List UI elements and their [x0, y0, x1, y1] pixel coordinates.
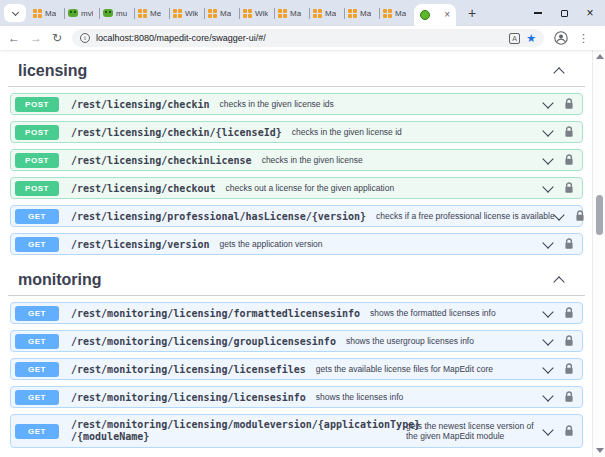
browser-menu-icon[interactable]: ⋮	[578, 33, 589, 44]
lock-icon[interactable]	[564, 391, 574, 403]
browser-tab[interactable]: Wik	[240, 0, 274, 26]
endpoint-path: /rest/monitoring/licensing/formattedlice…	[71, 308, 360, 319]
expand-chevron-down-icon[interactable]	[542, 153, 553, 164]
method-badge: POST	[15, 97, 59, 112]
tab-label: Me	[150, 9, 161, 18]
maximize-button[interactable]	[559, 8, 569, 18]
forward-button[interactable]: →	[30, 32, 42, 44]
minimize-button[interactable]	[533, 8, 543, 18]
expand-chevron-down-icon[interactable]	[542, 334, 553, 345]
expand-chevron-down-icon[interactable]	[542, 362, 553, 373]
app-grid-favicon-icon	[383, 9, 392, 18]
browser-tab[interactable]: mvl	[65, 0, 99, 26]
url-text[interactable]: localhost:8080/mapedit-core/swagger-ui/#…	[96, 33, 503, 43]
lock-icon[interactable]	[564, 425, 574, 437]
browser-tab[interactable]: Wik	[170, 0, 204, 26]
swagger-favicon-icon	[420, 10, 430, 20]
endpoint-row[interactable]: POST /rest/licensing/checkout checks out…	[10, 177, 583, 199]
tab-label: Ma	[395, 9, 406, 18]
endpoint-row[interactable]: POST /rest/licensing/checkin/{licenseId}…	[10, 121, 583, 143]
endpoint-row[interactable]: GET /rest/monitoring/licensing/modulever…	[10, 414, 583, 448]
expand-chevron-down-icon[interactable]	[542, 181, 553, 192]
green-app-favicon-icon	[68, 9, 78, 17]
vertical-scrollbar[interactable]	[592, 50, 605, 457]
browser-tab[interactable]: Ma	[345, 0, 379, 26]
endpoint-path: /rest/licensing/version	[71, 239, 209, 250]
lock-icon[interactable]	[564, 98, 574, 110]
section-header[interactable]: licensing	[8, 56, 585, 87]
expand-chevron-down-icon[interactable]	[542, 125, 553, 136]
maximize-icon	[561, 10, 568, 17]
collapse-chevron-up-icon[interactable]	[553, 276, 564, 287]
site-info-icon[interactable]: i	[80, 33, 90, 43]
endpoint-description: checks in the given license	[262, 155, 363, 165]
expand-chevron-down-icon[interactable]	[553, 209, 564, 220]
endpoint-row[interactable]: POST /rest/licensing/checkin checks in t…	[10, 93, 583, 115]
scrollbar-thumb[interactable]	[596, 195, 603, 235]
tab-label: Wik	[255, 9, 268, 18]
endpoint-row[interactable]: GET /rest/monitoring/licensing/licensefi…	[10, 358, 583, 380]
close-tab-icon[interactable]: ×	[444, 10, 450, 20]
endpoint-row[interactable]: POST /rest/licensing/checkinLicense chec…	[10, 149, 583, 171]
endpoint-row[interactable]: GET /rest/monitoring/licensing/formatted…	[10, 302, 583, 324]
close-window-button[interactable]: ×	[585, 8, 595, 18]
section-title: monitoring	[18, 271, 102, 289]
address-bar[interactable]: i localhost:8080/mapedit-core/swagger-ui…	[72, 29, 544, 47]
expand-chevron-down-icon[interactable]	[542, 424, 553, 435]
app-grid-favicon-icon	[173, 9, 182, 18]
browser-tab[interactable]: Me	[135, 0, 169, 26]
lock-icon[interactable]	[564, 335, 574, 347]
tab-search-button[interactable]	[4, 4, 26, 22]
expand-chevron-down-icon[interactable]	[542, 306, 553, 317]
lock-icon[interactable]	[564, 238, 574, 250]
browser-tab[interactable]: Ma	[310, 0, 344, 26]
browser-tab[interactable]: Ma	[30, 0, 64, 26]
bookmark-star-icon[interactable]: ★	[526, 33, 536, 44]
browser-tab[interactable]: Ma	[275, 0, 309, 26]
profile-avatar[interactable]	[554, 31, 568, 45]
endpoint-description: shows the formatted licenses info	[370, 308, 496, 318]
endpoint-path: /rest/licensing/checkin/{licenseId}	[71, 127, 282, 138]
expand-chevron-down-icon[interactable]	[542, 97, 553, 108]
lock-icon[interactable]	[564, 307, 574, 319]
scroll-down-icon[interactable]	[596, 448, 604, 453]
app-grid-favicon-icon	[313, 9, 322, 18]
swagger-ui-content: licensing POST /rest/licensing/checkin c…	[0, 50, 605, 457]
endpoint-description: checks if a free professional license is…	[376, 211, 555, 221]
lock-icon[interactable]	[564, 363, 574, 375]
collapse-chevron-up-icon[interactable]	[553, 67, 564, 78]
lock-icon[interactable]	[575, 210, 585, 222]
expand-chevron-down-icon[interactable]	[542, 390, 553, 401]
new-tab-button[interactable]: +	[464, 5, 480, 21]
browser-tab[interactable]: mu	[100, 0, 134, 26]
endpoint-row[interactable]: GET /rest/monitoring/licensing/licensesi…	[10, 386, 583, 408]
back-button[interactable]: ←	[8, 32, 20, 44]
tab-label: Ma	[325, 9, 336, 18]
endpoint-row[interactable]: GET /rest/licensing/version gets the app…	[10, 233, 583, 255]
expand-chevron-down-icon[interactable]	[542, 237, 553, 248]
method-badge: GET	[15, 362, 59, 377]
active-tab-swagger[interactable]: ×	[414, 4, 456, 26]
translate-icon[interactable]: A	[509, 33, 520, 44]
endpoint-description: checks out a license for the given appli…	[226, 183, 395, 193]
lock-icon[interactable]	[564, 126, 574, 138]
lock-icon[interactable]	[564, 154, 574, 166]
tab-label: Ma	[360, 9, 371, 18]
endpoint-path: /rest/monitoring/licensing/licensefiles	[71, 364, 306, 375]
lock-icon[interactable]	[564, 182, 574, 194]
method-badge: GET	[15, 390, 59, 405]
method-badge: GET	[15, 306, 59, 321]
section-header[interactable]: monitoring	[8, 265, 585, 296]
green-app-favicon-icon	[103, 9, 113, 17]
app-grid-favicon-icon	[278, 9, 287, 18]
reload-button[interactable]: ↻	[52, 32, 62, 44]
endpoint-row[interactable]: GET /rest/licensing/professional/hasLice…	[10, 205, 583, 227]
endpoint-path: /rest/monitoring/licensing/licensesinfo	[71, 392, 306, 403]
endpoint-path: /rest/licensing/checkin	[71, 99, 209, 110]
app-grid-favicon-icon	[348, 9, 357, 18]
endpoint-row[interactable]: GET /rest/monitoring/licensing/grouplice…	[10, 330, 583, 352]
scroll-up-icon[interactable]	[596, 54, 604, 59]
browser-tab[interactable]: Ma	[205, 0, 239, 26]
browser-tab[interactable]: Ma	[380, 0, 414, 26]
browser-tab-strip: Ma mvl mu Me Wik Ma Wik Ma Ma Ma Ma	[0, 0, 605, 26]
